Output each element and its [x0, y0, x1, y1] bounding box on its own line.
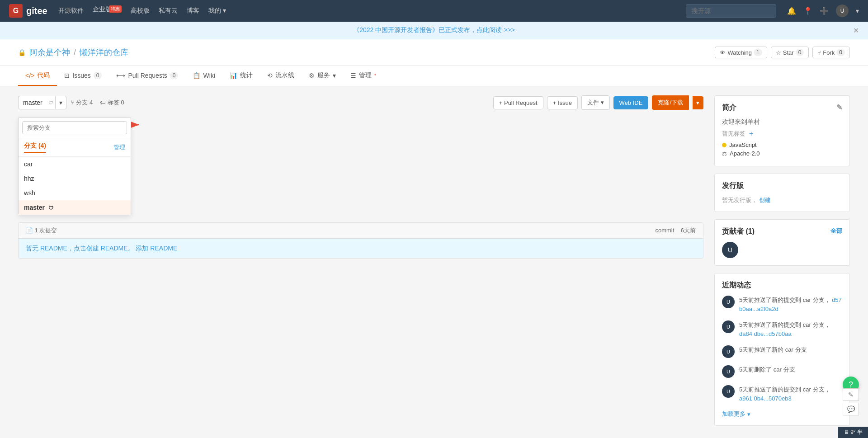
- activity-link-4[interactable]: a961 0b4...5070eb3: [739, 395, 792, 402]
- branch-item-car[interactable]: car: [19, 157, 131, 171]
- separator: /: [74, 48, 76, 57]
- readme-banner[interactable]: 暂无 README，点击创建 README。 添加 README: [19, 239, 703, 258]
- nav-private-cloud[interactable]: 私有云: [159, 7, 178, 15]
- status-text: 🖥 9° 半: [844, 429, 863, 436]
- fork-count: 0: [836, 49, 845, 56]
- top-nav: G gitee 开源软件 企业版 特惠 高校版 私有云 博客 我的 ▾ 🔔 📍 …: [0, 0, 868, 22]
- repo-title: 🔒 阿余是个神 / 懒洋洋的仓库: [18, 47, 128, 58]
- close-announcement-button[interactable]: ✕: [853, 26, 859, 35]
- contributors-all-link[interactable]: 全部: [830, 227, 842, 236]
- branch-list-header: 分支 (4) 管理: [19, 138, 131, 157]
- tab-manage[interactable]: ☰ 管理 *: [343, 66, 383, 86]
- activity-text-1: 5天前推送了新的提交到 car 分支， da84 dbe...d57b0aa: [739, 320, 842, 338]
- announcement-banner: 《2022 中国开源开发者报告》已正式发布，点此阅读 >>> ✕: [0, 22, 868, 39]
- activity-item-2: U 5天前推送了新的 car 分支: [722, 345, 842, 358]
- wiki-icon: 📋: [193, 72, 200, 79]
- nav-icons: 🔔 📍 ➕ U ▾: [787, 5, 859, 17]
- branch-dropdown-arrow[interactable]: ▾: [55, 96, 66, 109]
- watch-count: 1: [754, 49, 762, 56]
- fork-button[interactable]: ⑂ Fork 0: [812, 47, 850, 58]
- repo-table-header: 📄 1 次提交 commit 6天前: [19, 223, 703, 239]
- edit-intro-icon[interactable]: ✎: [836, 103, 842, 113]
- branch-search-input[interactable]: [22, 121, 127, 134]
- main-content: 如果发现多了分支 那就是提交成功 master 🛡 ▾: [0, 86, 868, 438]
- logo[interactable]: G gitee: [9, 4, 47, 18]
- release-empty: 暂无发行版，: [722, 197, 757, 203]
- master-shield-icon: 🛡: [48, 205, 53, 211]
- tag-icon: 🏷: [100, 99, 106, 106]
- float-chat-icon[interactable]: 💬: [843, 403, 859, 415]
- fork-label: Fork: [823, 49, 835, 56]
- bell-icon[interactable]: 🔔: [787, 7, 796, 15]
- clone-dropdown-button[interactable]: ▾: [693, 96, 703, 109]
- tab-code[interactable]: </> 代码: [18, 66, 57, 86]
- repo-table: 📄 1 次提交 commit 6天前 暂无 README，点击创建 README…: [18, 222, 703, 259]
- activity-section: 近期动态 U 5天前推送了新的提交到 car 分支， d57 b0aa...a2…: [714, 273, 850, 426]
- watch-button[interactable]: 👁 Watching 1: [715, 47, 767, 58]
- tab-issues[interactable]: ⊡ Issues 0: [57, 66, 109, 86]
- activity-link-1[interactable]: da84 dbe...d57b0aa: [739, 330, 792, 337]
- branch-item-master[interactable]: master 🛡: [19, 200, 131, 215]
- activity-avatar-0: U: [722, 296, 735, 308]
- nav-open-source[interactable]: 开源软件: [58, 7, 84, 15]
- tab-pipeline[interactable]: ⟲ 流水线: [260, 66, 302, 86]
- star-icon: ☆: [776, 49, 781, 56]
- tab-services[interactable]: ⚙ 服务 ▾: [302, 66, 343, 86]
- branch-selector[interactable]: master 🛡 ▾: [18, 96, 66, 109]
- repo-header: 🔒 阿余是个神 / 懒洋洋的仓库 👁 Watching 1 ☆ Star 0 ⑂…: [0, 39, 868, 66]
- shield-icon: 🛡: [47, 100, 55, 105]
- manage-icon: ☰: [350, 72, 356, 79]
- tab-wiki[interactable]: 📋 Wiki: [185, 66, 222, 86]
- branch-manage-link[interactable]: 管理: [113, 143, 125, 151]
- activity-item-4: U 5天前推送了新的提交到 car 分支， a961 0b4...5070eb3: [722, 385, 842, 403]
- clone-button[interactable]: 克隆/下载: [652, 95, 689, 110]
- nav-blog[interactable]: 博客: [187, 7, 199, 15]
- intro-desc: 欢迎来到羊村: [722, 118, 842, 126]
- tab-pull-requests[interactable]: ⟷ Pull Requests 0: [109, 66, 185, 86]
- branch-list-tab[interactable]: 分支 (4): [24, 142, 46, 153]
- repo-owner-link[interactable]: 阿余是个神: [29, 47, 70, 58]
- float-btns: ✎ 💬: [843, 388, 859, 415]
- issue-button[interactable]: + Issue: [547, 96, 578, 109]
- contributors-list: U: [722, 242, 842, 258]
- web-ide-button[interactable]: Web IDE: [613, 96, 649, 109]
- repo-name-link[interactable]: 懒洋洋的仓库: [80, 47, 128, 58]
- watch-label: Watching: [727, 49, 752, 56]
- contributor-avatar[interactable]: U: [722, 242, 738, 258]
- avatar-dropdown[interactable]: ▾: [856, 7, 859, 14]
- branches-info: ⑂ 分支 4: [71, 99, 93, 107]
- file-button[interactable]: 文件 ▾: [581, 95, 610, 110]
- branch-search: [19, 118, 131, 138]
- add-tag-button[interactable]: +: [749, 130, 753, 138]
- commits-count: 📄 1 次提交: [26, 226, 57, 235]
- commit-text: commit: [655, 227, 674, 234]
- announcement-link[interactable]: 《2022 中国开源开发者报告》已正式发布，点此阅读 >>>: [353, 26, 514, 33]
- star-count: 0: [796, 49, 804, 56]
- activity-text-2: 5天前推送了新的 car 分支: [739, 345, 807, 354]
- nav-university[interactable]: 高校版: [131, 7, 150, 15]
- lock-icon: 🔒: [18, 49, 26, 56]
- float-edit-icon[interactable]: ✎: [843, 388, 859, 401]
- nav-mine[interactable]: 我的 ▾: [208, 7, 226, 15]
- create-release-link[interactable]: 创建: [759, 197, 771, 203]
- avatar[interactable]: U: [836, 5, 849, 17]
- fork-icon: ⑂: [817, 49, 821, 56]
- tags-info: 🏷 标签 0: [100, 99, 124, 107]
- activity-item-3: U 5天前删除了 car 分支: [722, 365, 842, 378]
- search-input[interactable]: [686, 4, 776, 18]
- star-button[interactable]: ☆ Star 0: [771, 47, 809, 58]
- intro-title: 简介 ✎: [722, 103, 842, 113]
- add-icon[interactable]: ➕: [820, 7, 829, 15]
- branch-item-wsh[interactable]: wsh: [19, 186, 131, 200]
- pull-request-button[interactable]: + Pull Request: [493, 96, 543, 109]
- right-sidebar: 简介 ✎ 欢迎来到羊村 暂无标签 + JavaScript ⚖ Apache-2…: [714, 95, 850, 433]
- location-icon[interactable]: 📍: [803, 7, 812, 15]
- load-more-button[interactable]: 加载更多 ▾: [722, 410, 842, 418]
- contributors-title: 贡献者 (1) 全部: [722, 227, 842, 236]
- commit-info: commit 6天前: [655, 226, 696, 235]
- branch-item-hhz[interactable]: hhz: [19, 171, 131, 186]
- activity-avatar-1: U: [722, 320, 735, 333]
- activity-avatar-2: U: [722, 345, 735, 358]
- star-label: Star: [783, 49, 794, 56]
- tab-stats[interactable]: 📊 统计: [222, 66, 260, 86]
